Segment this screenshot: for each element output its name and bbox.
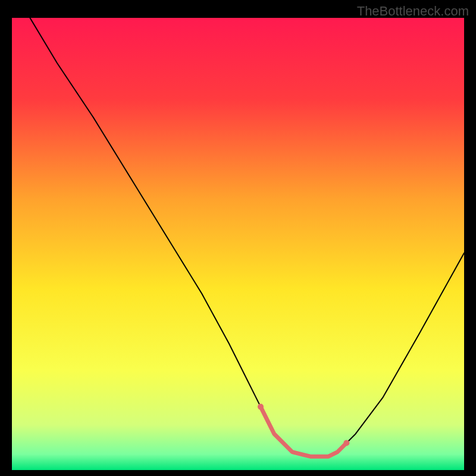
svg-rect-0 xyxy=(12,18,464,470)
highlight-point xyxy=(343,440,349,446)
watermark-text: TheBottleneck.com xyxy=(357,4,469,19)
bottleneck-chart xyxy=(12,18,464,470)
highlight-point xyxy=(258,404,264,410)
